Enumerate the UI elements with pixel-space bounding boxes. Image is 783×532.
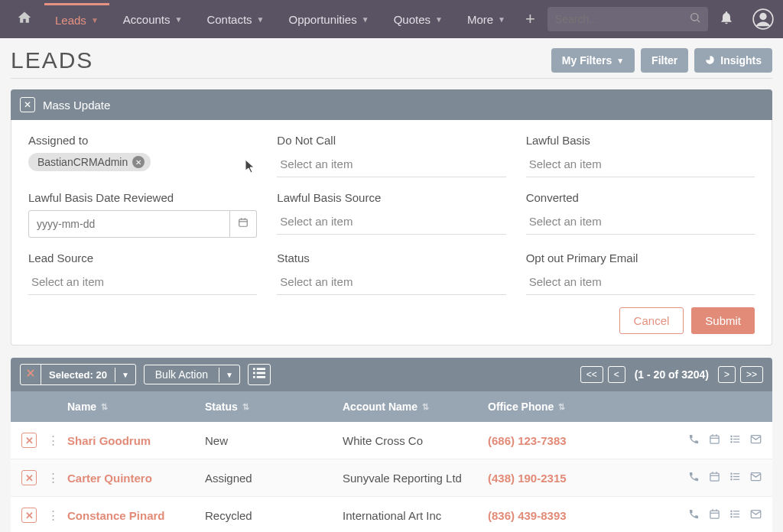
filter-button[interactable]: Filter	[641, 48, 688, 73]
phone-link[interactable]: (686) 123-7383	[488, 434, 656, 447]
row-menu-icon[interactable]: ⋮	[47, 471, 59, 485]
lead-source-field: Lead Source Select an item	[28, 251, 257, 295]
chevron-down-icon[interactable]: ▼	[115, 368, 135, 382]
column-account[interactable]: Account Name⇅	[343, 401, 488, 413]
submit-button[interactable]: Submit	[691, 307, 755, 334]
field-label: Opt out Primary Email	[526, 251, 755, 264]
cancel-button[interactable]: Cancel	[619, 307, 684, 334]
calendar-icon[interactable]	[709, 471, 720, 485]
chevron-down-icon: ▼	[435, 15, 443, 24]
date-input[interactable]	[28, 210, 230, 238]
lawful-basis-source-select[interactable]: Select an item	[277, 210, 505, 235]
row-checkbox[interactable]: ✕	[21, 433, 37, 448]
prev-page-button[interactable]: <	[608, 366, 625, 383]
column-status[interactable]: Status⇅	[205, 401, 343, 413]
assigned-chip[interactable]: BastianCRMAdmin ✕	[28, 153, 151, 171]
nav-label: Contacts	[206, 13, 252, 26]
sort-icon: ⇅	[242, 402, 249, 412]
lawful-basis-field: Lawful Basis Select an item	[526, 134, 755, 177]
svg-point-47	[731, 517, 732, 517]
mail-icon[interactable]	[750, 471, 762, 485]
field-label: Lawful Basis	[526, 134, 755, 147]
svg-point-46	[731, 514, 732, 514]
field-label: Lawful Basis Source	[277, 191, 505, 204]
chip-label: BastianCRMAdmin	[37, 156, 128, 168]
calendar-icon[interactable]	[230, 210, 257, 238]
list-icon[interactable]	[729, 471, 741, 485]
svg-point-34	[731, 473, 732, 474]
title-bar: LEADS My Filters▼ Filter Insights	[11, 47, 772, 79]
nav-label: Quotes	[394, 13, 430, 26]
list-icon[interactable]	[729, 508, 741, 522]
page-info: (1 - 20 of 3204)	[635, 368, 709, 381]
remove-chip-icon[interactable]: ✕	[132, 156, 145, 168]
phone-icon[interactable]	[688, 508, 700, 522]
lead-source-select[interactable]: Select an item	[28, 271, 257, 295]
lawful-basis-select[interactable]: Select an item	[526, 153, 755, 177]
search-box[interactable]	[547, 7, 708, 31]
phone-icon[interactable]	[688, 471, 700, 485]
calendar-icon[interactable]	[709, 508, 720, 522]
home-icon[interactable]	[8, 4, 41, 34]
row-checkbox[interactable]: ✕	[21, 508, 37, 523]
insights-button[interactable]: Insights	[694, 48, 772, 73]
row-checkbox[interactable]: ✕	[21, 470, 37, 485]
column-chooser-icon[interactable]	[248, 364, 271, 385]
bell-icon[interactable]	[711, 10, 742, 28]
converted-select[interactable]: Select an item	[526, 210, 755, 235]
search-input[interactable]	[555, 13, 689, 25]
field-label: Lead Source	[28, 251, 257, 264]
opt-out-field: Opt out Primary Email Select an item	[526, 251, 755, 295]
lead-name-link[interactable]: Shari Goodrum	[67, 434, 205, 447]
status-select[interactable]: Select an item	[277, 271, 505, 295]
sort-icon: ⇅	[101, 402, 108, 412]
user-avatar-icon[interactable]	[745, 8, 781, 30]
chevron-down-icon: ▼	[362, 15, 369, 24]
nav-more[interactable]: More▼	[456, 7, 516, 32]
nav-leads[interactable]: Leads▼	[44, 3, 109, 33]
add-icon[interactable]: +	[519, 9, 541, 29]
close-icon[interactable]: ✕	[20, 97, 35, 112]
row-menu-icon[interactable]: ⋮	[47, 508, 59, 522]
top-nav: Leads▼ Accounts▼ Contacts▼ Opportunities…	[0, 0, 783, 38]
nav-contacts[interactable]: Contacts▼	[196, 7, 275, 32]
bulk-action-box[interactable]: Bulk Action ▼	[144, 365, 240, 384]
do-not-call-select[interactable]: Select an item	[277, 153, 505, 177]
field-label: Converted	[526, 191, 755, 204]
do-not-call-field: Do Not Call Select an item	[277, 134, 505, 177]
selected-count: Selected: 20	[41, 366, 115, 384]
nav-label: Accounts	[123, 13, 171, 26]
lead-name-link[interactable]: Carter Quintero	[67, 472, 205, 485]
svg-rect-4	[239, 219, 248, 226]
phone-link[interactable]: (836) 439-8393	[488, 509, 656, 522]
svg-point-23	[731, 436, 732, 436]
search-icon[interactable]	[689, 11, 701, 27]
clear-selection-icon[interactable]	[21, 365, 41, 384]
nav-label: More	[467, 13, 493, 26]
selection-box[interactable]: Selected: 20 ▼	[20, 364, 136, 385]
nav-quotes[interactable]: Quotes▼	[383, 7, 453, 32]
phone-link[interactable]: (438) 190-2315	[488, 472, 656, 485]
page-title: LEADS	[11, 47, 93, 73]
first-page-button[interactable]: <<	[580, 366, 603, 383]
field-label: Lawful Basis Date Reviewed	[28, 191, 257, 204]
field-label: Status	[277, 251, 505, 264]
my-filters-button[interactable]: My Filters▼	[551, 48, 635, 73]
next-page-button[interactable]: >	[718, 366, 736, 383]
last-page-button[interactable]: >>	[740, 366, 763, 383]
bulk-action-label: Bulk Action	[145, 365, 219, 384]
column-name[interactable]: Name⇅	[67, 401, 205, 413]
lead-status: New	[205, 434, 343, 447]
nav-opportunities[interactable]: Opportunities▼	[278, 7, 380, 32]
mail-icon[interactable]	[750, 508, 762, 522]
lead-name-link[interactable]: Constance Pinard	[67, 509, 205, 522]
list-icon[interactable]	[729, 433, 741, 447]
calendar-icon[interactable]	[709, 433, 720, 447]
nav-accounts[interactable]: Accounts▼	[112, 7, 193, 32]
chevron-down-icon[interactable]: ▼	[219, 368, 239, 382]
column-phone[interactable]: Office Phone⇅	[488, 401, 656, 413]
row-menu-icon[interactable]: ⋮	[47, 433, 59, 447]
mail-icon[interactable]	[750, 433, 762, 447]
opt-out-select[interactable]: Select an item	[526, 271, 755, 295]
phone-icon[interactable]	[688, 433, 700, 447]
